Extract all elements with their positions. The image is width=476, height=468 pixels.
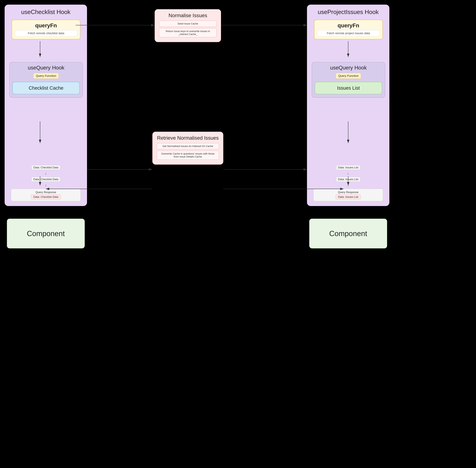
left-checklist-cache: Checklist Cache — [12, 82, 80, 94]
right-hook-title: useProjectIssues Hook — [318, 8, 379, 15]
left-hook-title: useChecklist Hook — [21, 8, 71, 15]
right-queryfn-subtitle: Fetch remote project issues data — [317, 30, 380, 36]
right-query-function-badge: Query Function — [336, 73, 361, 79]
left-queryfn-box: queryFn Fetch remote checklist data — [12, 20, 80, 39]
left-data-badge-mid: Data: Checklist Data — [31, 177, 60, 182]
right-usequery-title: useQuery Hook — [315, 65, 382, 71]
left-hook-container: useChecklist Hook queryFn Fetch remote c… — [5, 5, 87, 206]
left-usequery-title: useQuery Hook — [12, 65, 80, 71]
normalise-item2: Return issue keys to overwrite issues in… — [159, 28, 217, 37]
retrieve-title: Retrieve Normalised Issues — [157, 135, 219, 141]
left-usequery-container: useQuery Hook Query Function Checklist C… — [9, 62, 83, 98]
left-queryfn-subtitle: Fetch remote checklist data — [15, 30, 77, 36]
retrieve-normalised-box: Retrieve Normalised Issues Get Normalise… — [152, 132, 223, 165]
right-queryfn-title: queryFn — [317, 22, 380, 29]
normalise-item1: Seed Issue Cache — [159, 21, 217, 27]
right-hook-container: useProjectIssues Hook queryFn Fetch remo… — [307, 5, 389, 206]
normalise-issues-box: Normalise Issues Seed Issue Cache Return… — [155, 9, 221, 42]
component-left: Component — [7, 219, 85, 249]
left-data-badge-top: Data: Checklist Data — [31, 165, 60, 170]
retrieve-item2: Overwrite Cache in questions' issues wit… — [157, 151, 219, 160]
right-query-response-label: Query Response — [315, 190, 381, 194]
component-right: Component — [309, 219, 387, 249]
left-queryfn-title: queryFn — [15, 22, 77, 29]
right-usequery-container: useQuery Hook Query Function Issues List — [312, 62, 385, 98]
normalise-title: Normalise Issues — [159, 13, 217, 18]
right-issues-list: Issues List — [315, 82, 382, 94]
left-query-function-badge: Query Function — [33, 73, 59, 79]
right-data-badge-top: Data: Issues List — [336, 165, 360, 170]
right-data-badge-mid: Data: Issues List — [336, 177, 360, 182]
right-queryfn-box: queryFn Fetch remote project issues data — [314, 20, 383, 39]
retrieve-item1: Get Normalised Issues As Indexed On Cach… — [157, 143, 219, 149]
left-query-response-label: Query Response — [13, 190, 79, 194]
left-data-badge-bottom: Data: Checklist Data — [31, 194, 61, 199]
right-data-badge-bottom: Data: Issues List — [336, 194, 361, 199]
